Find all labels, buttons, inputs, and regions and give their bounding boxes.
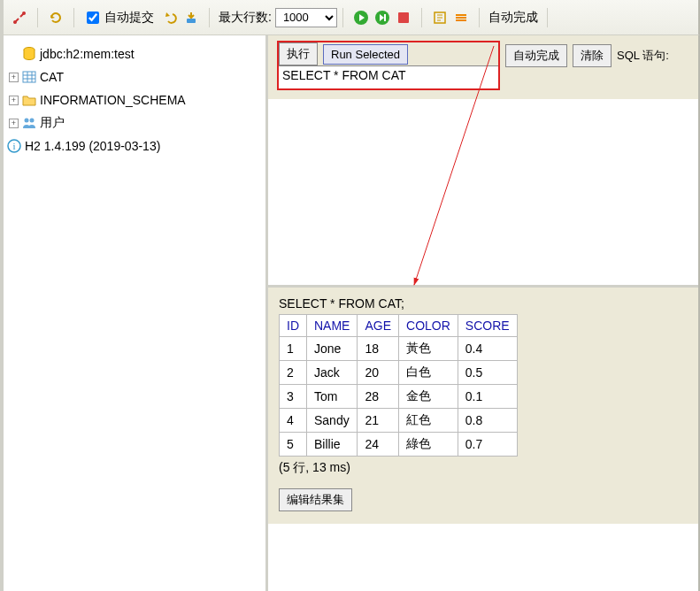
table-cell: 0.7 — [458, 433, 517, 457]
table-row[interactable]: 1Jone18黃色0.4 — [280, 337, 518, 361]
result-summary: (5 行, 13 ms) — [279, 460, 688, 476]
autocommit-label: 自动提交 — [104, 10, 154, 26]
stop-icon[interactable] — [395, 9, 412, 27]
table-cell: 綠色 — [399, 433, 458, 457]
svg-rect-6 — [398, 12, 409, 23]
sql-label: SQL 语句: — [617, 48, 669, 64]
table-cell: 4 — [280, 409, 307, 433]
table-cell: 3 — [280, 385, 307, 409]
maxrows-select[interactable]: 1000 — [275, 8, 337, 27]
autocommit-checkbox[interactable] — [87, 12, 99, 24]
clear-button[interactable]: 清除 — [573, 44, 612, 67]
tree-version: i H2 1.4.199 (2019-03-13) — [9, 134, 260, 157]
column-header[interactable]: ID — [280, 315, 307, 337]
table-icon — [22, 70, 36, 84]
highlighted-region: 执行 Run Selected SELECT * FROM CAT — [277, 41, 500, 90]
tree-item-infoschema[interactable]: + INFORMATION_SCHEMA — [9, 88, 260, 111]
refresh-icon[interactable] — [47, 9, 65, 27]
svg-rect-5 — [384, 14, 386, 21]
tree-item-cat[interactable]: + CAT — [9, 65, 260, 88]
table-cell: 21 — [358, 409, 399, 433]
history-icon[interactable] — [431, 9, 449, 27]
run-icon[interactable] — [352, 9, 370, 27]
table-cell: Billie — [307, 433, 358, 457]
tree-item-label: 用户 — [40, 115, 65, 131]
svg-point-1 — [22, 12, 26, 15]
tree-version-label: H2 1.4.199 (2019-03-13) — [25, 139, 160, 153]
users-icon — [22, 116, 36, 130]
table-cell: 5 — [280, 433, 307, 457]
table-cell: 18 — [358, 337, 399, 361]
table-cell: Jone — [307, 337, 358, 361]
svg-text:i: i — [12, 141, 15, 151]
table-cell: 0.4 — [458, 337, 517, 361]
table-row[interactable]: 3Tom28金色0.1 — [280, 385, 518, 409]
svg-point-11 — [30, 119, 35, 123]
result-echo: SELECT * FROM CAT; — [279, 296, 688, 311]
table-cell: 金色 — [399, 385, 458, 409]
svg-point-0 — [13, 20, 17, 24]
run-selected-button[interactable]: Run Selected — [323, 44, 408, 65]
table-cell: 紅色 — [399, 409, 458, 433]
expand-icon[interactable]: + — [9, 96, 19, 105]
sql-editor[interactable]: SELECT * FROM CAT — [279, 65, 498, 88]
table-cell: 0.1 — [458, 385, 517, 409]
disconnect-icon[interactable] — [11, 9, 28, 27]
spacer — [268, 99, 698, 285]
table-cell: 2 — [280, 361, 307, 385]
options-icon[interactable] — [452, 9, 470, 27]
tree-item-users[interactable]: + 用户 — [9, 111, 260, 134]
table-cell: 1 — [280, 337, 307, 361]
column-header[interactable]: COLOR — [399, 315, 458, 337]
undo-icon[interactable] — [161, 9, 179, 27]
commit-icon[interactable] — [182, 9, 200, 27]
table-row[interactable]: 2Jack20白色0.5 — [280, 361, 518, 385]
result-table: IDNAMEAGECOLORSCORE 1Jone18黃色0.42Jack20白… — [279, 314, 518, 457]
info-icon: i — [7, 139, 21, 153]
column-header[interactable]: SCORE — [458, 315, 517, 337]
expand-icon[interactable]: + — [9, 73, 19, 82]
annotation-arrow-icon — [268, 99, 698, 285]
autocomplete-button[interactable]: 自动完成 — [505, 44, 567, 67]
svg-rect-9 — [23, 72, 35, 82]
table-cell: Tom — [307, 385, 358, 409]
autocomplete-label: 自动完成 — [488, 10, 538, 26]
result-area: SELECT * FROM CAT; IDNAMEAGECOLORSCORE 1… — [268, 285, 698, 524]
expand-icon[interactable]: + — [9, 119, 19, 128]
table-row[interactable]: 5Billie24綠色0.7 — [280, 433, 518, 457]
maxrows-label: 最大行数: — [219, 10, 272, 26]
tree-panel: jdbc:h2:mem:test + CAT + INFORMATION_SCH… — [4, 35, 265, 591]
edit-result-button[interactable]: 编辑结果集 — [279, 488, 352, 511]
table-cell: Jack — [307, 361, 358, 385]
column-header[interactable]: NAME — [307, 315, 358, 337]
table-cell: 白色 — [399, 361, 458, 385]
table-cell: Sandy — [307, 409, 358, 433]
tree-item-label: INFORMATION_SCHEMA — [40, 93, 186, 107]
tree-item-label: CAT — [40, 70, 64, 84]
tree-conn-label: jdbc:h2:mem:test — [40, 47, 135, 61]
table-cell: 24 — [358, 433, 399, 457]
table-cell: 黃色 — [399, 337, 458, 361]
toolbar: 自动提交 最大行数: 1000 自动完成 — [0, 0, 700, 35]
command-area: 执行 Run Selected SELECT * FROM CAT 自动完成 清… — [268, 35, 698, 99]
svg-rect-2 — [187, 19, 196, 23]
tree-connection[interactable]: jdbc:h2:mem:test — [9, 42, 260, 65]
folder-icon — [22, 93, 36, 107]
database-icon — [22, 47, 36, 61]
table-cell: 20 — [358, 361, 399, 385]
run-button[interactable]: 执行 — [279, 42, 318, 65]
table-cell: 0.8 — [458, 409, 517, 433]
run-selected-icon[interactable] — [373, 9, 391, 27]
table-row[interactable]: 4Sandy21紅色0.8 — [280, 409, 518, 433]
column-header[interactable]: AGE — [358, 315, 399, 337]
table-cell: 0.5 — [458, 361, 517, 385]
table-cell: 28 — [358, 385, 399, 409]
svg-point-10 — [25, 119, 29, 123]
